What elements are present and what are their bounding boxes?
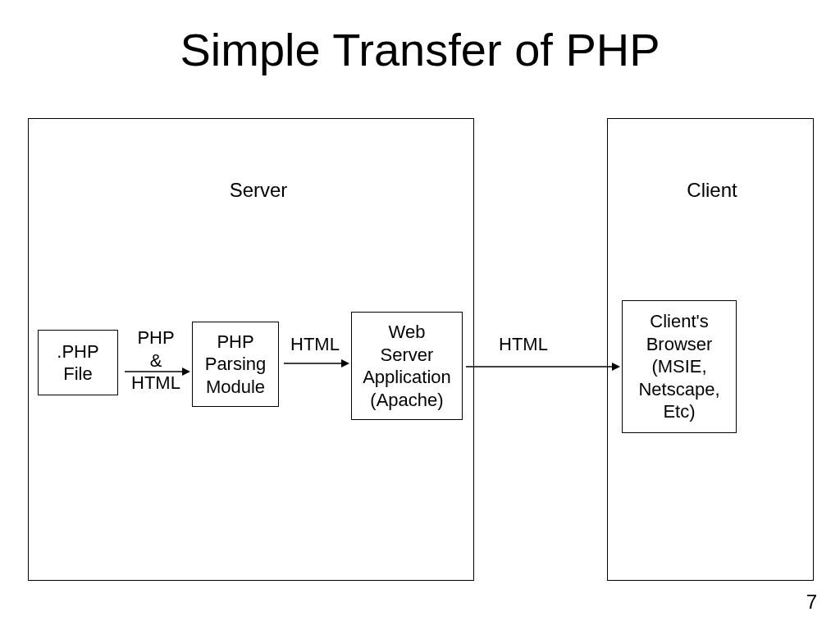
edge-label-parser-to-webserver: HTML (282, 333, 348, 356)
server-label: Server (221, 179, 295, 202)
arrow-file-to-parser (123, 366, 190, 377)
arrow-parser-to-webserver (282, 358, 349, 369)
node-browser: Client's Browser (MSIE, Netscape, Etc) (622, 300, 737, 433)
arrow-webserver-to-browser (464, 361, 620, 372)
svg-marker-3 (341, 359, 349, 368)
slide-title: Simple Transfer of PHP (0, 23, 840, 76)
slide: Simple Transfer of PHP Server Client .PH… (0, 0, 840, 630)
svg-marker-1 (182, 368, 190, 376)
page-number: 7 (806, 591, 817, 614)
svg-marker-5 (612, 363, 620, 371)
node-php-parser: PHP Parsing Module (192, 322, 279, 407)
node-php-file: .PHP File (38, 330, 118, 395)
client-label: Client (679, 179, 745, 202)
node-web-server: Web Server Application (Apache) (351, 312, 463, 420)
edge-label-file-to-parser: PHP & HTML (123, 326, 189, 395)
edge-label-webserver-to-browser: HTML (491, 333, 556, 356)
